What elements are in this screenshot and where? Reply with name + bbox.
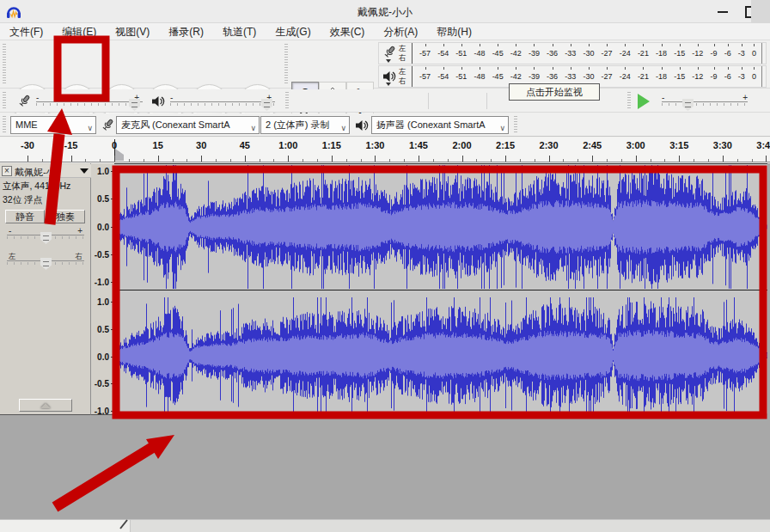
recording-meter[interactable]: 左右 -57-54-51-48-45-42-39-36-33-30-27-24-… xyxy=(378,42,767,64)
meter-scale-value: -21 xyxy=(638,47,649,59)
device-grip[interactable] xyxy=(3,116,6,134)
timeline-minor-tick xyxy=(752,159,753,162)
device-end-grip[interactable] xyxy=(514,116,517,134)
audio-host-select[interactable]: MME∨ xyxy=(10,116,96,134)
timeline-minor-tick xyxy=(535,159,535,162)
menu-transport[interactable]: 播录(R) xyxy=(159,23,213,40)
track-name[interactable]: 戴佩妮-小 xyxy=(15,166,75,179)
meter-scale-value: 0 xyxy=(752,70,756,83)
meter-scale-value: -3 xyxy=(738,47,745,59)
meter-scale-value: -39 xyxy=(529,47,540,59)
meter-scale-value: -12 xyxy=(692,70,703,83)
timeline-minor-tick xyxy=(433,159,434,162)
recording-device-select[interactable]: 麦克风 (Conexant SmartA∨ xyxy=(116,116,260,134)
play-at-speed-button[interactable] xyxy=(634,93,653,109)
timeline-minor-tick xyxy=(708,159,709,162)
meter-scale-value: -51 xyxy=(455,47,467,59)
amplitude-label: 1.0 xyxy=(97,297,109,307)
chevron-down-icon: ∨ xyxy=(340,120,346,134)
playback-device-select[interactable]: 扬声器 (Conexant SmartA∨ xyxy=(371,116,509,134)
timeline-minor-tick xyxy=(389,159,390,162)
vertical-ruler[interactable]: 1.00.50.0-0.5-1.01.00.50.0-0.5-1.0 xyxy=(91,163,114,415)
menu-tracks[interactable]: 轨道(T) xyxy=(213,23,266,40)
meter-scale-value: -33 xyxy=(565,70,576,83)
timeline-label: 30 xyxy=(196,140,206,150)
meter-dropdown-icon[interactable] xyxy=(386,83,391,86)
waveform-channel-left[interactable] xyxy=(114,165,767,289)
close-button[interactable] xyxy=(751,0,770,23)
timeline-minor-tick xyxy=(491,159,492,162)
transport-grip[interactable] xyxy=(3,44,6,85)
track-pan-slider[interactable]: 左 右 xyxy=(7,254,84,266)
timeline-label: 0 xyxy=(112,140,117,150)
monitor-tooltip: 点击开始监视 xyxy=(509,83,600,101)
amplitude-label: -1.0 xyxy=(95,278,109,287)
menu-edit[interactable]: 编辑(E) xyxy=(52,23,106,40)
waveform-channel-right[interactable] xyxy=(114,297,767,413)
meter-scale-value: -24 xyxy=(620,70,631,83)
meter-scale-value: -48 xyxy=(474,47,485,59)
recording-volume-thumb[interactable] xyxy=(129,99,140,111)
device-microphone-icon xyxy=(101,118,114,133)
transcription-grip[interactable] xyxy=(627,92,631,110)
timeline-minor-tick xyxy=(651,159,651,162)
playback-volume-slider[interactable]: - + xyxy=(170,95,275,107)
menu-analyze[interactable]: 分析(A) xyxy=(374,23,427,40)
meter-scale-value: 0 xyxy=(752,47,756,59)
timeline-major-tick xyxy=(766,156,767,162)
track-pan-thumb[interactable] xyxy=(40,258,52,270)
meter-scale-value: -27 xyxy=(602,47,613,59)
timeline-label: 1:00 xyxy=(278,140,297,150)
meter-scale-value: -51 xyxy=(455,70,467,83)
timeline-minor-tick xyxy=(361,159,362,162)
mixer-grip[interactable] xyxy=(3,92,6,110)
timeline-minor-tick xyxy=(186,159,187,162)
menu-effect[interactable]: 效果(C) xyxy=(321,23,375,40)
amplitude-label: 0.0 xyxy=(97,222,109,231)
recording-channels-select[interactable]: 2 (立体声) 录制∨ xyxy=(260,116,350,134)
track-area: × 戴佩妮-小 立体声, 44100Hz 32位 浮点 静音 独奏 - + 左 … xyxy=(0,163,770,519)
horizontal-scrollbar[interactable] xyxy=(0,519,770,532)
meter-scale-value: -33 xyxy=(565,47,576,59)
scrollbar-trough[interactable] xyxy=(130,520,770,532)
timeline-label: 2:00 xyxy=(452,140,471,150)
meter-scale-value: -27 xyxy=(602,70,613,83)
amplitude-label: -0.5 xyxy=(95,249,109,259)
meter-scale-value: -18 xyxy=(656,70,667,83)
playhead-flag-icon[interactable] xyxy=(115,149,124,161)
mixer-speaker-icon xyxy=(151,95,165,108)
edit-grip[interactable] xyxy=(285,92,289,110)
meter-scale-value: -54 xyxy=(437,70,449,83)
timeline-major-tick xyxy=(592,156,593,162)
playback-volume-thumb[interactable] xyxy=(261,99,272,111)
mute-button[interactable]: 静音 xyxy=(5,210,45,223)
meter-scale-value: -15 xyxy=(674,47,685,59)
track-collapse-button[interactable] xyxy=(19,399,72,412)
track-menu-icon[interactable] xyxy=(80,168,89,174)
menu-view[interactable]: 视图(V) xyxy=(106,23,159,40)
recording-volume-slider[interactable]: - + xyxy=(36,95,143,107)
timeline-ruler[interactable]: -30-1501530451:001:151:301:452:002:152:3… xyxy=(0,138,770,162)
timeline-minor-tick xyxy=(129,159,130,162)
menu-file[interactable]: 文件(F) xyxy=(0,23,52,40)
track-gain-thumb[interactable] xyxy=(40,232,52,244)
chevron-down-icon: ∨ xyxy=(499,120,505,134)
meter-scale-value: -42 xyxy=(510,70,522,83)
menu-help[interactable]: 帮助(H) xyxy=(427,23,481,40)
solo-button[interactable]: 独奏 xyxy=(46,210,85,223)
timeline-minor-tick xyxy=(85,159,86,162)
meter-dropdown-icon[interactable] xyxy=(386,59,391,63)
meter-scale-value: -9 xyxy=(711,70,718,83)
timeline-minor-tick xyxy=(273,159,274,162)
playback-speed-slider[interactable]: - + xyxy=(662,95,748,107)
meter-scale-value: -30 xyxy=(583,47,594,59)
tools-grip[interactable] xyxy=(284,44,288,85)
chevron-down-icon: ∨ xyxy=(87,120,93,134)
minimize-button[interactable] xyxy=(710,0,736,22)
amplitude-label: 0.0 xyxy=(97,352,109,361)
track-gain-slider[interactable]: - + xyxy=(7,229,84,241)
playback-speed-thumb[interactable] xyxy=(682,99,694,111)
track-close-button[interactable]: × xyxy=(2,166,12,176)
track-header[interactable]: × 戴佩妮-小 xyxy=(0,164,91,178)
menu-generate[interactable]: 生成(G) xyxy=(266,23,320,40)
